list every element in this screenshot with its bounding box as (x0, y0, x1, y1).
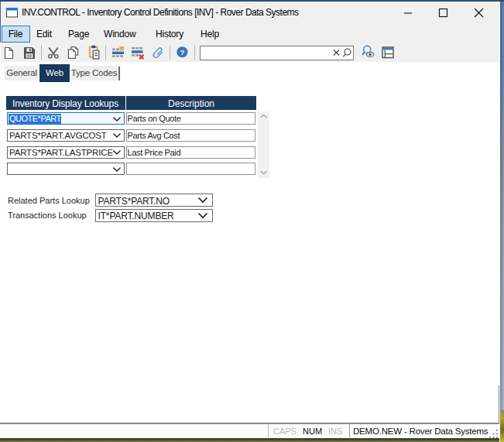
svg-text:?: ? (180, 48, 184, 57)
